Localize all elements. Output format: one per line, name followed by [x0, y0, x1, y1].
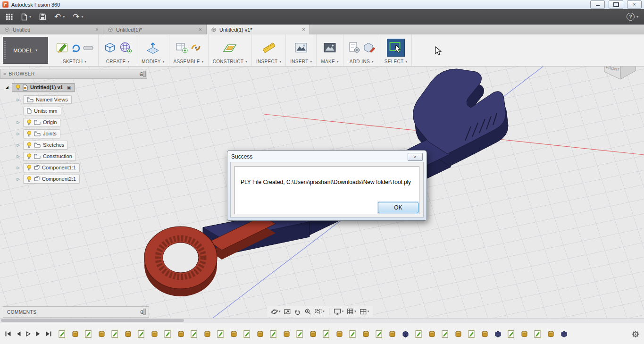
- timeline-extrude-feature[interactable]: [389, 329, 396, 338]
- inspect-measure-icon[interactable]: [261, 41, 276, 55]
- visibility-bulb-icon[interactable]: [16, 84, 20, 91]
- timeline-sketch-feature[interactable]: [534, 329, 541, 338]
- ribbon-group-dropdown-assemble[interactable]: ASSEMBLE▾: [174, 58, 204, 64]
- fit-button[interactable]: ▾: [315, 308, 325, 315]
- expand-arrow-icon[interactable]: ▷: [16, 143, 20, 147]
- make-3dprint-icon[interactable]: [323, 41, 337, 54]
- timeline-box-feature[interactable]: [560, 329, 568, 338]
- expand-arrow-icon[interactable]: ▷: [16, 98, 20, 102]
- timeline-sketch-feature[interactable]: [508, 329, 515, 338]
- timeline-extrude-feature[interactable]: [151, 329, 158, 338]
- tab-close-icon[interactable]: ×: [302, 26, 305, 33]
- create-form-icon[interactable]: [118, 41, 133, 55]
- browser-item[interactable]: ▷Component1:1: [0, 162, 146, 173]
- help-button[interactable]: ? ▾: [627, 13, 638, 21]
- redo-button[interactable]: ↷ ▾: [73, 13, 83, 21]
- browser-root-item[interactable]: ◢ Untitled(1) v1 ◉: [0, 82, 146, 93]
- timeline-extrude-feature[interactable]: [309, 329, 317, 338]
- expand-arrow-icon[interactable]: ▷: [16, 120, 20, 125]
- expand-arrow-icon[interactable]: ▷: [16, 154, 20, 159]
- browser-item[interactable]: ▷Joints: [0, 128, 146, 139]
- browser-item[interactable]: ▷Construction: [0, 151, 146, 162]
- timeline-extrude-feature[interactable]: [428, 329, 435, 338]
- ribbon-group-dropdown-inspect[interactable]: INSPECT▾: [256, 58, 281, 64]
- visibility-bulb-icon[interactable]: [27, 176, 32, 182]
- comments-grip-handle[interactable]: [143, 309, 146, 315]
- visibility-bulb-icon[interactable]: [27, 153, 32, 159]
- display-settings-button[interactable]: ▾: [334, 308, 344, 315]
- timeline-extrude-feature[interactable]: [481, 329, 488, 338]
- tab-close-icon[interactable]: ×: [95, 26, 99, 33]
- timeline-sketch-feature[interactable]: [323, 329, 330, 338]
- ribbon-group-dropdown-select[interactable]: SELECT▾: [385, 58, 408, 64]
- browser-item[interactable]: ▷Sketches: [0, 139, 146, 151]
- timeline-sketch-feature[interactable]: [191, 329, 198, 338]
- pan-button[interactable]: [294, 308, 301, 315]
- timeline-sketch-feature[interactable]: [349, 329, 356, 338]
- ribbon-group-dropdown-addins[interactable]: ADD-INS▾: [348, 58, 376, 64]
- timeline-sketch-feature[interactable]: [85, 329, 92, 338]
- timeline-settings-gear-icon[interactable]: [628, 330, 639, 338]
- timeline-sketch-feature[interactable]: [164, 329, 171, 338]
- timeline-extrude-feature[interactable]: [362, 329, 369, 338]
- workspace-dropdown[interactable]: MODEL ▾: [3, 37, 48, 64]
- timeline-sketch-feature[interactable]: [376, 329, 383, 338]
- timeline-extrude-feature[interactable]: [98, 329, 105, 338]
- grid-settings-button[interactable]: ▾: [347, 308, 356, 315]
- file-menu-button[interactable]: ▾: [21, 13, 31, 21]
- dialog-ok-button[interactable]: OK: [378, 202, 418, 213]
- collapse-chevrons-icon[interactable]: «: [3, 71, 6, 76]
- ribbon-group-dropdown-insert[interactable]: INSERT▾: [290, 58, 312, 64]
- assemble-joint-icon[interactable]: [190, 42, 202, 54]
- expand-arrow-icon[interactable]: ▷: [16, 166, 20, 170]
- dialog-titlebar[interactable]: Success ×: [227, 151, 427, 162]
- skip-to-end-button[interactable]: [45, 331, 52, 337]
- timeline-extrude-feature[interactable]: [455, 329, 462, 338]
- comments-panel[interactable]: COMMENTS ⊕: [3, 306, 149, 318]
- app-launcher-button[interactable]: [6, 13, 13, 21]
- create-sketch-icon[interactable]: [55, 41, 69, 55]
- minimize-button[interactable]: [590, 0, 605, 8]
- undo-button[interactable]: ↶ ▾: [54, 13, 65, 21]
- timeline-extrude-feature[interactable]: [177, 329, 184, 338]
- browser-header[interactable]: « BROWSER ⊖: [0, 69, 147, 79]
- close-button[interactable]: ×: [627, 0, 642, 8]
- sketch-loop-icon[interactable]: [71, 42, 81, 53]
- timeline-extrude-feature[interactable]: [336, 329, 343, 338]
- browser-grip-handle[interactable]: [143, 71, 146, 77]
- timeline-sketch-feature[interactable]: [217, 329, 224, 338]
- browser-item[interactable]: Units: mm: [0, 105, 146, 117]
- timeline-extrude-feature[interactable]: [230, 329, 237, 338]
- step-forward-button[interactable]: [25, 331, 31, 337]
- active-component-radio-icon[interactable]: ◉: [67, 84, 72, 91]
- skip-to-start-button[interactable]: [5, 331, 11, 337]
- free-orbit-button[interactable]: ▾: [271, 308, 281, 315]
- ribbon-group-dropdown-make[interactable]: MAKE▾: [321, 58, 338, 64]
- timeline-extrude-feature[interactable]: [72, 329, 79, 338]
- addins-app-icon[interactable]: [362, 41, 376, 54]
- addins-scripts-icon[interactable]: [348, 41, 361, 54]
- timeline-sketch-feature[interactable]: [138, 329, 145, 338]
- save-button[interactable]: [39, 13, 46, 20]
- timeline-sketch-feature[interactable]: [270, 329, 277, 338]
- visibility-bulb-icon[interactable]: [27, 142, 32, 148]
- timeline-sketch-feature[interactable]: [468, 329, 475, 338]
- timeline-extrude-feature[interactable]: [125, 329, 132, 338]
- tab-close-icon[interactable]: ×: [199, 26, 202, 33]
- create-primitive-icon[interactable]: [103, 41, 117, 55]
- ribbon-group-dropdown-construct[interactable]: CONSTRUCT▾: [213, 58, 247, 64]
- timeline-sketch-feature[interactable]: [243, 329, 251, 338]
- scrollbar-thumb[interactable]: [1, 319, 184, 322]
- look-at-button[interactable]: [284, 308, 291, 315]
- zoom-button[interactable]: [304, 308, 311, 315]
- document-tab-1[interactable]: Untitled×: [0, 25, 103, 34]
- visibility-bulb-icon[interactable]: [27, 131, 32, 137]
- expand-arrow-icon[interactable]: ▷: [16, 177, 20, 181]
- timeline-sketch-feature[interactable]: [296, 329, 303, 338]
- document-tab-3[interactable]: Untitled(1) v1*×: [207, 25, 310, 34]
- maximize-button[interactable]: [609, 0, 623, 8]
- timeline-extrude-feature[interactable]: [547, 329, 554, 338]
- select-cursor-icon[interactable]: [387, 39, 405, 57]
- browser-item[interactable]: ▷Component2:1: [0, 173, 146, 185]
- modify-presspull-icon[interactable]: [145, 41, 160, 55]
